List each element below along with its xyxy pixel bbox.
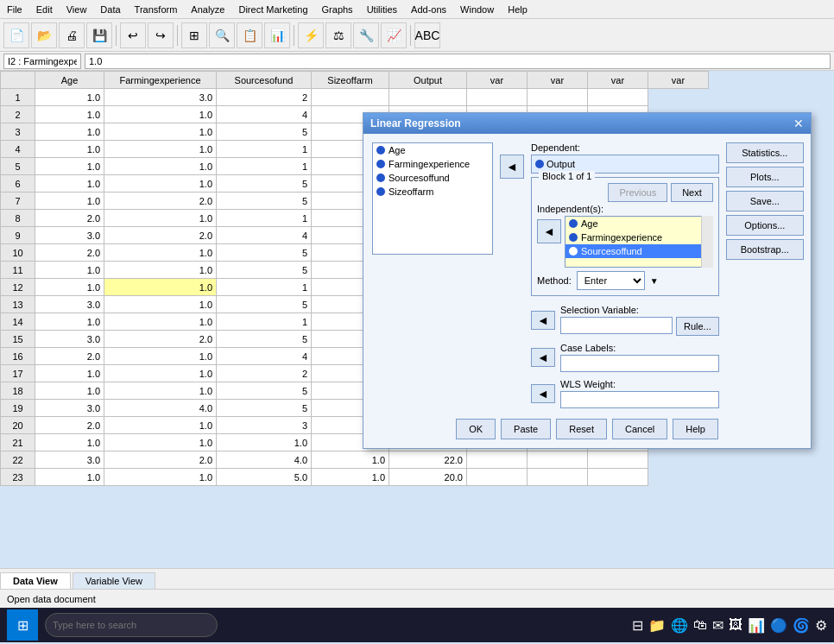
menu-addons[interactable]: Add-ons (404, 3, 453, 16)
table-cell[interactable]: 1 (217, 313, 312, 331)
table-cell[interactable]: 22.0 (389, 451, 467, 469)
taskbar-search[interactable] (45, 613, 218, 637)
add-selection-var-button[interactable]: ◄ (531, 311, 555, 330)
table-cell[interactable]: 2.0 (35, 417, 104, 434)
table-cell[interactable] (467, 451, 528, 469)
table-cell[interactable]: 4 (217, 227, 312, 244)
table-cell[interactable]: 5 (217, 175, 312, 193)
taskbar-icon-app2[interactable]: ⚙ (815, 617, 827, 634)
variable-list-item[interactable]: Sizeoffarm (373, 185, 492, 199)
table-cell[interactable]: 1.0 (312, 451, 389, 469)
menu-help[interactable]: Help (501, 3, 534, 16)
table-cell[interactable]: 1 (217, 158, 312, 175)
cancel-button[interactable]: Cancel (612, 419, 667, 439)
insert-variable-button[interactable]: 📊 (264, 22, 290, 48)
table-cell[interactable]: 1.0 (35, 141, 104, 158)
independent-list-item[interactable]: Age (565, 217, 712, 230)
bootstrap-button[interactable]: Bootstrap... (726, 239, 804, 260)
table-cell[interactable]: 3.0 (35, 331, 104, 348)
dialog-close-button[interactable]: ✕ (793, 117, 804, 130)
split-button[interactable]: ⚡ (298, 22, 324, 48)
table-cell[interactable] (588, 451, 648, 469)
table-cell[interactable]: 1.0 (35, 279, 104, 296)
menu-analyze[interactable]: Analyze (184, 3, 231, 16)
table-cell[interactable]: 3.0 (104, 89, 217, 106)
taskbar-icon-chrome[interactable]: 🔵 (770, 617, 787, 634)
table-cell[interactable]: 1.0 (104, 141, 217, 158)
table-cell[interactable] (389, 89, 467, 106)
table-cell[interactable] (528, 89, 588, 106)
table-cell[interactable]: 1.0 (104, 244, 217, 262)
table-cell[interactable]: 4.0 (217, 451, 312, 469)
table-cell[interactable]: 2.0 (104, 331, 217, 348)
table-cell[interactable]: 3.0 (35, 451, 104, 469)
table-cell[interactable]: 1.0 (104, 296, 217, 313)
start-button[interactable]: ⊞ (7, 609, 38, 641)
statistics-button[interactable]: Statistics... (726, 142, 804, 163)
table-cell[interactable]: 5 (217, 262, 312, 279)
insert-case-button[interactable]: 📋 (237, 22, 262, 48)
weight-button[interactable]: ⚖ (325, 22, 351, 48)
independent-list-item[interactable]: Sourcesoffund (565, 244, 712, 258)
variable-list[interactable]: AgeFarmingexperienceSourcesoffundSizeoff… (372, 142, 493, 255)
new-file-button[interactable]: 📄 (3, 22, 29, 48)
table-cell[interactable] (467, 89, 528, 106)
table-cell[interactable]: 1.0 (104, 348, 217, 365)
redo-button[interactable]: ↪ (148, 22, 174, 48)
table-cell[interactable]: 2 (217, 89, 312, 106)
menu-view[interactable]: View (60, 3, 94, 16)
menu-data[interactable]: Data (93, 3, 127, 16)
independent-list[interactable]: AgeFarmingexperienceSourcesoffund (565, 216, 713, 268)
col-header-var2[interactable]: var (528, 72, 588, 89)
col-header-farming[interactable]: Farmingexperience (104, 72, 217, 89)
table-cell[interactable]: 1.0 (104, 469, 217, 486)
table-cell[interactable]: 1.0 (35, 434, 104, 451)
table-cell[interactable]: 1.0 (104, 382, 217, 400)
menu-file[interactable]: File (0, 3, 29, 16)
table-cell[interactable] (528, 469, 588, 486)
open-button[interactable]: 📂 (31, 22, 57, 48)
table-cell[interactable]: 1.0 (104, 262, 217, 279)
col-header-var3[interactable]: var (588, 72, 648, 89)
table-cell[interactable]: 1.0 (35, 175, 104, 193)
add-wls-button[interactable]: ◄ (531, 384, 555, 403)
col-header-age[interactable]: Age (35, 72, 104, 89)
menu-utilities[interactable]: Utilities (360, 3, 404, 16)
table-cell[interactable]: 1 (217, 141, 312, 158)
taskbar-icon-store[interactable]: 🛍 (693, 617, 707, 634)
table-cell[interactable]: 1.0 (104, 210, 217, 227)
table-cell[interactable]: 2.0 (104, 227, 217, 244)
table-cell[interactable] (312, 89, 389, 106)
table-cell[interactable]: 1.0 (104, 417, 217, 434)
independent-list-item[interactable]: Farmingexperience (565, 230, 712, 244)
col-header-output[interactable]: Output (389, 72, 467, 89)
table-cell[interactable]: 1.0 (104, 365, 217, 382)
tab-data-view[interactable]: Data View (0, 572, 71, 589)
variable-list-item[interactable]: Farmingexperience (373, 157, 492, 171)
dialog-title-bar[interactable]: Linear Regression ✕ (363, 113, 811, 134)
print-button[interactable]: 🖨 (59, 22, 85, 48)
table-cell[interactable]: 1.0 (104, 123, 217, 141)
table-cell[interactable]: 3 (217, 417, 312, 434)
table-cell[interactable]: 1.0 (35, 89, 104, 106)
table-cell[interactable]: 1.0 (104, 313, 217, 331)
table-cell[interactable]: 3.0 (35, 227, 104, 244)
variable-list-item[interactable]: Sourcesoffund (373, 171, 492, 185)
table-cell[interactable]: 1.0 (35, 158, 104, 175)
table-cell[interactable]: 5 (217, 123, 312, 141)
table-cell[interactable]: 5 (217, 331, 312, 348)
method-select[interactable]: Enter Stepwise Remove Backward Forward (577, 271, 645, 290)
table-cell[interactable]: 1.0 (217, 434, 312, 451)
next-button[interactable]: Next (671, 183, 713, 202)
table-cell[interactable]: 2.0 (104, 451, 217, 469)
table-cell[interactable]: 1 (217, 279, 312, 296)
col-header-var4[interactable]: var (648, 72, 709, 89)
table-cell[interactable]: 1.0 (35, 382, 104, 400)
table-cell[interactable]: 1.0 (35, 469, 104, 486)
table-cell[interactable]: 1.0 (104, 106, 217, 123)
table-cell[interactable]: 1.0 (35, 365, 104, 382)
col-header-var1[interactable]: var (467, 72, 528, 89)
table-cell[interactable]: 5 (217, 296, 312, 313)
col-header-size[interactable]: Sizeoffarm (312, 72, 389, 89)
variable-list-item[interactable]: Age (373, 143, 492, 157)
